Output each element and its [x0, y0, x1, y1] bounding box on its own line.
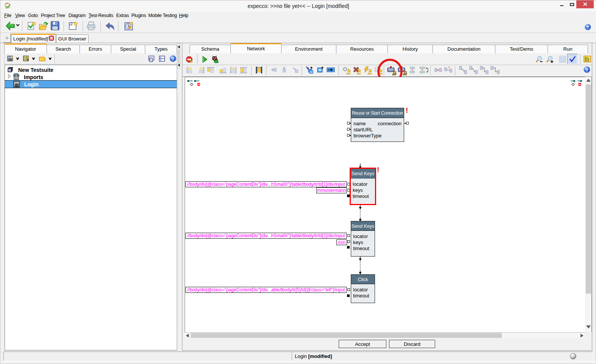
svg-text:?: ?	[587, 25, 589, 30]
svg-text:?: ?	[586, 67, 588, 73]
svg-text:?: ?	[448, 66, 450, 70]
svg-text:?: ?	[172, 56, 174, 62]
